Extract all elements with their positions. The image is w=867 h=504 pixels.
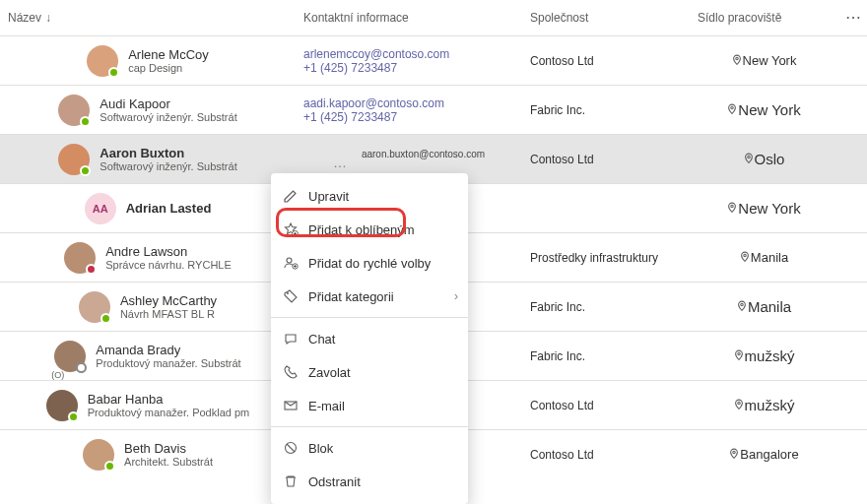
contact-name: Arlene McCoy xyxy=(128,47,209,62)
company-cell: Fabric Inc. xyxy=(522,300,690,314)
contact-cell: …aaron.buxton@contoso.com xyxy=(296,149,522,170)
location-cell: Oslo xyxy=(690,151,837,168)
company-cell: Fabric Inc. xyxy=(522,349,690,363)
contact-email[interactable]: aadi.kapoor@contoso.com xyxy=(303,96,514,110)
location-pin-icon xyxy=(733,397,745,414)
location-text: Bangalore xyxy=(740,447,798,462)
location-pin-icon xyxy=(733,347,745,365)
contact-phone[interactable]: +1 (425) 7233487 xyxy=(303,110,514,124)
menu-item-label: Zavolat xyxy=(308,365,351,380)
name-cell: Aaron BuxtonSoftwarový inženýr. Substrát xyxy=(0,144,296,175)
presence-indicator xyxy=(80,116,91,127)
menu-item-speeddial[interactable]: Přidat do rychlé volby xyxy=(271,246,468,280)
presence-indicator xyxy=(68,411,79,422)
location-cell: New York xyxy=(690,101,837,119)
company-name: Fabric Inc. xyxy=(530,300,682,314)
location-text: New York xyxy=(743,53,797,68)
menu-item-chat[interactable]: Chat xyxy=(271,322,468,355)
svg-point-0 xyxy=(735,57,737,59)
menu-item-label: Přidat kategorii xyxy=(308,289,394,304)
svg-point-7 xyxy=(737,402,739,404)
location-pin-icon xyxy=(726,101,738,119)
presence-indicator xyxy=(108,67,119,78)
location-cell: mužský xyxy=(690,347,837,365)
column-header-name[interactable]: Název ↓ xyxy=(0,11,296,25)
column-header-contact[interactable]: Kontaktní informace xyxy=(296,11,522,25)
contact-cell: aadi.kapoor@contoso.com+1 (425) 7233487 xyxy=(296,96,522,124)
avatar xyxy=(46,390,78,421)
company-cell: Contoso Ltd xyxy=(522,448,690,462)
chat-icon xyxy=(283,331,299,346)
company-cell: Contoso Ltd xyxy=(522,54,690,68)
column-header-label: Sídlo pracoviště xyxy=(698,11,781,25)
table-row[interactable]: Arlene McCoycap Designarlenemccoy@contos… xyxy=(0,35,867,85)
location-pin-icon xyxy=(728,446,740,464)
avatar: (O) xyxy=(54,341,86,372)
person-add-icon xyxy=(283,255,299,271)
company-name: Prostředky infrastruktury xyxy=(530,251,682,265)
location-cell: Bangalore xyxy=(690,446,837,464)
star-add-icon xyxy=(283,221,299,237)
menu-item-call[interactable]: Zavolat xyxy=(271,355,468,389)
location-text: mužský xyxy=(745,397,795,413)
company-name: Fabric Inc. xyxy=(530,349,682,363)
column-header-label: Kontaktní informace xyxy=(303,11,409,25)
location-text: New York xyxy=(738,200,800,217)
company-cell: Fabric Inc. xyxy=(522,103,690,117)
menu-item-email[interactable]: E-mail xyxy=(271,389,468,422)
chevron-right-icon: › xyxy=(454,289,458,303)
column-header-label: Společnost xyxy=(530,11,588,25)
column-header-location[interactable]: Sídlo pracoviště xyxy=(690,11,837,25)
table-row[interactable]: Audi KapoorSoftwarový inženýr. Substráta… xyxy=(0,85,867,134)
location-cell: Manila xyxy=(690,298,837,316)
location-pin-icon xyxy=(736,298,748,316)
menu-item-delete[interactable]: Odstranit xyxy=(271,465,468,498)
svg-point-8 xyxy=(733,451,735,453)
company-name: Fabric Inc. xyxy=(530,103,682,117)
svg-point-3 xyxy=(731,205,733,207)
avatar xyxy=(58,94,90,126)
contact-email[interactable]: aaron.buxton@contoso.com xyxy=(362,149,485,159)
location-text: New York xyxy=(738,101,800,118)
avatar xyxy=(79,291,110,323)
contact-title: Softwarový inženýr. Substrát xyxy=(100,111,236,123)
menu-item-edit[interactable]: Upravit xyxy=(271,179,468,213)
location-text: mužský xyxy=(745,347,795,364)
phone-icon xyxy=(283,364,299,380)
menu-item-block[interactable]: Blok xyxy=(271,431,468,465)
name-cell: AAAdrian Lasted xyxy=(0,193,296,224)
location-text: Manila xyxy=(751,250,788,265)
contact-name: Beth Davis xyxy=(124,441,213,456)
svg-point-6 xyxy=(737,352,739,354)
contact-name: Babar Hanba xyxy=(88,392,249,407)
column-header-label: Název xyxy=(8,11,41,25)
company-cell: Contoso Ltd xyxy=(522,399,690,412)
contact-title: Správce návrhu. RYCHLE xyxy=(105,259,232,271)
company-cell: Prostředky infrastruktury xyxy=(522,251,690,265)
contact-name: Aaron Buxton xyxy=(100,146,236,160)
contact-phone[interactable]: +1 (425) 7233487 xyxy=(303,61,514,75)
sort-descending-icon: ↓ xyxy=(45,11,51,25)
location-text: Oslo xyxy=(755,151,785,167)
row-more-button[interactable]: … xyxy=(333,155,348,170)
company-name: Contoso Ltd xyxy=(530,399,682,412)
location-cell: mužský xyxy=(690,397,837,414)
presence-indicator xyxy=(80,165,91,176)
avatar xyxy=(83,439,114,471)
location-pin-icon xyxy=(726,200,738,218)
location-cell: Manila xyxy=(690,249,837,267)
contact-name: Adrian Lasted xyxy=(126,201,212,216)
column-options-button[interactable]: ⋯ xyxy=(837,8,867,27)
context-menu: Upravit Přidat k oblíbeným Přidat do ryc… xyxy=(271,173,468,504)
menu-item-label: Odstranit xyxy=(308,474,361,489)
svg-point-12 xyxy=(287,292,289,294)
contact-cell: arlenemccoy@contoso.com+1 (425) 7233487 xyxy=(296,47,522,75)
contact-email[interactable]: arlenemccoy@contoso.com xyxy=(303,47,514,61)
company-name: Contoso Ltd xyxy=(530,448,682,462)
menu-item-category[interactable]: Přidat kategorii › xyxy=(271,280,468,313)
column-header-company[interactable]: Společnost xyxy=(522,11,690,25)
menu-item-favorite[interactable]: Přidat k oblíbeným xyxy=(271,213,468,246)
contact-name: Andre Lawson xyxy=(105,244,232,259)
trash-icon xyxy=(283,473,299,489)
avatar-badge: (O) xyxy=(50,370,65,380)
